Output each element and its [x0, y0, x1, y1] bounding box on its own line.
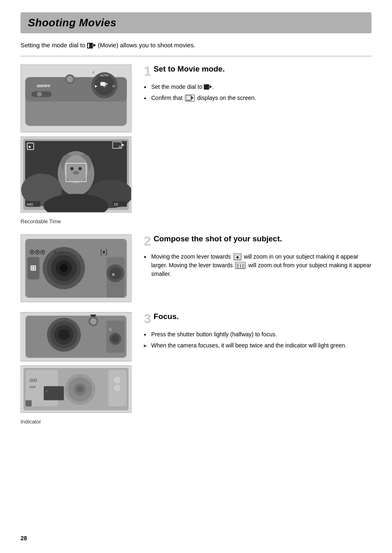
- step-3-bullet-1: Press the shutter button lightly (halfwa…: [144, 330, 371, 339]
- step-3-title: Focus.: [154, 312, 179, 322]
- svg-text:15: 15: [114, 202, 118, 206]
- svg-rect-18: [100, 82, 105, 86]
- svg-text:640: 640: [27, 202, 33, 206]
- step-1-bullet-1: Set the mode dial to .: [144, 83, 371, 91]
- svg-point-30: [73, 171, 79, 175]
- step-2-header: 2 Compose the shot of your subject.: [144, 234, 371, 248]
- movie-icon-box: [185, 95, 195, 102]
- movie-mode-icon: [87, 42, 96, 49]
- svg-text:□: □: [46, 389, 48, 393]
- step-1-header: 1 Set to Movie mode.: [144, 65, 371, 78]
- svg-point-65: [236, 256, 239, 259]
- camera-top-image: AUTO M ▶ ON/OFF ↓: [21, 65, 131, 132]
- svg-text:AUTO: AUTO: [101, 74, 109, 76]
- wideangle-svg: [236, 264, 244, 268]
- step-3-header: 3 Focus.: [144, 312, 371, 325]
- step-2-bullet-1: Moving the zoom lever towards will zoom …: [144, 252, 371, 278]
- svg-text:oo0: oo0: [30, 385, 36, 389]
- svg-rect-92: [44, 386, 64, 400]
- camera-top-svg: AUTO M ▶ ON/OFF ↓: [21, 65, 131, 132]
- camera-back-svg: ⊞ ⦿⦿⦿ ⟵ [♦] ◉: [21, 235, 131, 302]
- section-1-text: 1 Set to Movie mode. Set the mode dial t…: [144, 65, 371, 224]
- movie-icon-inline-2: [186, 95, 194, 101]
- svg-text:⦿⦿⦿: ⦿⦿⦿: [29, 249, 45, 255]
- main-content: AUTO M ▶ ON/OFF ↓: [21, 65, 371, 435]
- camera-panel-svg: 000 oo0 □: [21, 366, 131, 412]
- svg-text:ON/OFF: ON/OFF: [37, 84, 51, 88]
- svg-point-16: [67, 76, 73, 82]
- section-2-images: ⊞ ⦿⦿⦿ ⟵ [♦] ◉: [21, 234, 131, 302]
- svg-point-82: [111, 335, 120, 343]
- section-3-caption: Indicator: [21, 419, 41, 425]
- step-2-bullets: Moving the zoom lever towards will zoom …: [144, 252, 371, 278]
- section-1-caption: Recordable Time: [21, 218, 61, 224]
- camera-screen-image: ■ ô 640 15: [21, 137, 131, 213]
- svg-point-95: [114, 377, 120, 383]
- svg-point-96: [114, 385, 120, 391]
- svg-point-14: [37, 92, 42, 97]
- svg-text:各: 各: [108, 327, 112, 331]
- section-3: 各 000 oo0: [21, 312, 371, 425]
- svg-text:◉: ◉: [112, 272, 115, 276]
- camera-panel-image: 000 oo0 □: [21, 366, 131, 413]
- section-2-text: 2 Compose the shot of your subject. Movi…: [144, 234, 371, 302]
- svg-point-78: [90, 318, 97, 324]
- section-1: AUTO M ▶ ON/OFF ↓: [21, 65, 371, 224]
- svg-point-28: [70, 167, 74, 170]
- svg-text:M: M: [113, 85, 115, 88]
- svg-point-75: [58, 329, 70, 340]
- step-1-title: Set to Movie mode.: [154, 65, 225, 74]
- page: Shooting Movies Setting the mode dial to…: [0, 0, 392, 553]
- svg-text:↓: ↓: [92, 69, 95, 74]
- page-number: 28: [21, 535, 27, 541]
- intro-text: Setting the mode dial to (Movie) allows …: [21, 41, 371, 50]
- svg-rect-46: [186, 95, 191, 100]
- svg-text:⟵: ⟵: [54, 248, 63, 255]
- svg-point-91: [77, 386, 83, 393]
- svg-text:▶: ▶: [95, 84, 98, 88]
- step-2-number: 2: [144, 234, 151, 248]
- section-2: ⊞ ⦿⦿⦿ ⟵ [♦] ◉: [21, 234, 371, 302]
- svg-marker-45: [210, 85, 212, 88]
- step-1-bullets: Set the mode dial to . Confirm that: [144, 83, 371, 102]
- camera-screen-svg: ■ ô 640 15: [21, 137, 131, 212]
- svg-marker-1: [93, 44, 96, 47]
- svg-rect-44: [204, 84, 209, 90]
- section-3-images: 各 000 oo0: [21, 312, 131, 425]
- svg-text:⊞: ⊞: [30, 264, 36, 272]
- step-3-bullet-2: When the camera focuses, it will beep tw…: [144, 341, 371, 350]
- svg-point-29: [78, 167, 82, 170]
- svg-rect-2: [88, 44, 89, 48]
- telephoto-svg: [235, 255, 240, 260]
- svg-rect-97: [25, 400, 32, 406]
- section-divider: [21, 56, 371, 56]
- section-1-images: AUTO M ▶ ON/OFF ↓: [21, 65, 131, 224]
- camera-front-svg: 各: [21, 312, 131, 361]
- svg-text:000: 000: [30, 378, 37, 383]
- step-3-bullets: Press the shutter button lightly (halfwa…: [144, 330, 371, 350]
- camera-front-image: 各: [21, 312, 131, 361]
- step-1-number: 1: [144, 65, 151, 78]
- step-2-title: Compose the shot of your subject.: [154, 234, 282, 244]
- step-1-bullet-2: Confirm that displays on the screen.: [144, 94, 371, 102]
- svg-text:[♦]: [♦]: [100, 248, 107, 255]
- svg-text:■: ■: [28, 144, 30, 148]
- page-title: Shooting Movies: [28, 16, 364, 29]
- svg-marker-47: [191, 96, 194, 99]
- title-bar: Shooting Movies: [21, 12, 371, 33]
- wideangle-icon: [235, 262, 246, 269]
- camera-back-image: ⊞ ⦿⦿⦿ ⟵ [♦] ◉: [21, 234, 131, 302]
- section-3-text: 3 Focus. Press the shutter button lightl…: [144, 312, 371, 425]
- telephoto-icon: [233, 253, 242, 260]
- svg-point-27: [64, 155, 88, 183]
- svg-point-62: [109, 267, 122, 280]
- svg-point-54: [60, 264, 68, 272]
- movie-icon-inline-1: [204, 84, 212, 90]
- step-3-number: 3: [144, 312, 151, 325]
